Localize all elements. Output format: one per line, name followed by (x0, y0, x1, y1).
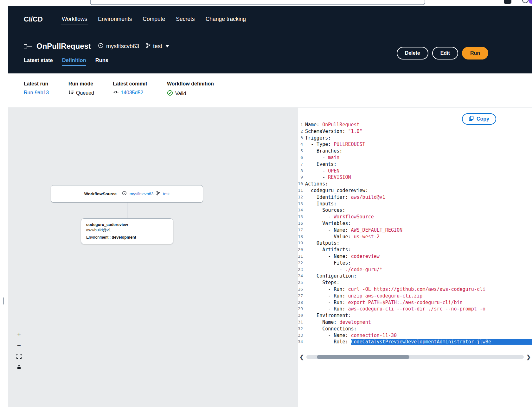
scrollbar-track[interactable] (306, 355, 524, 359)
workflow-definition-label: Workflow definition (167, 81, 214, 87)
fullscreen-button[interactable] (15, 352, 23, 360)
latest-run-link[interactable]: Run-9ab13 (24, 90, 49, 96)
code-line: - Name: AWS_DEFAULT_REGION (303, 227, 532, 234)
line-number: 13 (298, 201, 303, 207)
code-line: Outputs: (303, 240, 532, 247)
workflow-definition-field: Workflow definition Valid (167, 81, 214, 97)
line-number: 21 (298, 253, 303, 260)
main-nav: CI/CD Workflows Environments Compute Sec… (8, 6, 532, 32)
source-node-repo-link[interactable]: mysfitscvb63 (130, 191, 153, 196)
page-title: OnPullRequest (36, 42, 91, 51)
delete-button[interactable]: Delete (397, 47, 428, 59)
code-line: Variables: (303, 220, 532, 227)
repo-chip[interactable]: mysfitscvb63 (98, 43, 139, 50)
line-number: 1 (298, 122, 303, 128)
code-line: Name: OnPullRequest (303, 122, 532, 128)
line-number: 28 (298, 299, 303, 306)
code-line: - Type: PULLREQUEST (303, 141, 532, 148)
branch-icon (156, 191, 160, 197)
line-number: 19 (298, 240, 303, 247)
line-number: 2 (298, 128, 303, 135)
code-line: Steps: (303, 279, 532, 286)
code-line: Events: (303, 161, 532, 168)
scroll-left-button[interactable]: ❮ (298, 354, 305, 360)
nav-item-compute[interactable]: Compute (142, 14, 166, 24)
branch-chip[interactable]: test (146, 43, 162, 50)
repository-icon (98, 43, 104, 50)
action-node-environment: Environment : development (86, 235, 168, 240)
line-number: 31 (298, 319, 303, 326)
nav-item-workflows[interactable]: Workflows (61, 14, 88, 24)
line-number: 23 (298, 266, 303, 273)
copy-label: Copy (477, 116, 489, 122)
nav-item-change-tracking[interactable]: Change tracking (205, 14, 247, 24)
line-number: 33 (298, 332, 303, 339)
tab-definition[interactable]: Definition (62, 57, 86, 66)
code-line: Inputs: (303, 201, 532, 207)
line-number: 4 (298, 141, 303, 148)
code-line: - Name: codereview (303, 253, 532, 260)
code-line: Connections: (303, 326, 532, 332)
source-node-branch-link[interactable]: test (163, 191, 170, 196)
avatar[interactable] (529, 0, 532, 4)
latest-run-label: Latest run (24, 81, 49, 87)
edit-button[interactable]: Edit (432, 47, 458, 59)
run-button[interactable]: Run (462, 47, 488, 59)
codeguru-codereview-node[interactable]: codeguru_codereview aws/build@v1 Environ… (81, 218, 173, 244)
line-numbers: 1234567891011121314151617181920212223242… (298, 122, 303, 345)
run-mode-field: Run mode Queued (68, 81, 94, 96)
zoom-out-button[interactable]: − (15, 341, 23, 349)
code-line: Role: CodeCatalystPreviewDevelopmentAdmi… (303, 339, 532, 345)
latest-commit-link[interactable]: 14035d52 (121, 90, 143, 96)
canvas-controls: + − (15, 330, 23, 372)
code-line: - Run: unzip aws-codeguru-cli.zip (303, 293, 532, 299)
summary-bar: Latest run Run-9ab13 Run mode Queued Lat… (8, 73, 532, 108)
code-line: Value: us-west-2 (303, 234, 532, 240)
apps-icon[interactable] (504, 0, 511, 4)
copy-button[interactable]: Copy (462, 113, 496, 125)
line-number: 16 (298, 220, 303, 227)
code-line: - REVISION (303, 174, 532, 181)
code-line: - Name: connection-11-30 (303, 332, 532, 339)
line-number: 26 (298, 286, 303, 293)
line-number: 27 (298, 293, 303, 299)
line-number: 3 (298, 135, 303, 141)
nav-item-secrets[interactable]: Secrets (175, 14, 195, 24)
code-line: Environment: (303, 312, 532, 319)
workflow-canvas[interactable]: WorkflowSource mysfitscvb63 test codegur… (8, 108, 298, 407)
line-number: 8 (298, 168, 303, 174)
branch-icon (146, 43, 151, 50)
code-line: - WorkflowSource (303, 214, 532, 220)
scroll-right-button[interactable]: ❯ (525, 354, 532, 360)
branch-name: test (153, 43, 162, 50)
tab-runs[interactable]: Runs (95, 57, 108, 66)
line-number: 15 (298, 214, 303, 220)
line-number: 18 (298, 234, 303, 240)
code-line: Identifier: aws/build@v1 (303, 194, 532, 201)
help-icon[interactable] (522, 0, 529, 3)
search-input[interactable] (90, 0, 425, 5)
horizontal-scrollbar: ❮ ❯ (298, 353, 532, 361)
tab-latest-state[interactable]: Latest state (24, 57, 53, 66)
code-lines: Name: OnPullRequestSchemaVersion: "1.0"T… (303, 122, 532, 345)
repository-icon (122, 191, 127, 197)
code-line: Sources: (303, 207, 532, 214)
line-number: 22 (298, 260, 303, 266)
line-number: 34 (298, 339, 303, 345)
panel-divider (3, 297, 4, 304)
line-number: 17 (298, 227, 303, 234)
workflow-source-node[interactable]: WorkflowSource mysfitscvb63 test (51, 185, 203, 203)
latest-commit-label: Latest commit (113, 81, 147, 87)
line-number: 10 (298, 181, 303, 187)
lock-button[interactable] (15, 363, 23, 372)
action-node-identifier: aws/build@v1 (86, 228, 168, 232)
line-number: 5 (298, 148, 303, 154)
scrollbar-thumb[interactable] (317, 355, 409, 359)
nav-item-environments[interactable]: Environments (97, 14, 132, 24)
code-line: - main (303, 154, 532, 161)
chevron-down-icon[interactable] (165, 45, 169, 47)
page: CI/CD Workflows Environments Compute Sec… (0, 0, 532, 407)
action-node-title: codeguru_codereview (86, 222, 168, 227)
line-number: 32 (298, 326, 303, 332)
zoom-in-button[interactable]: + (15, 330, 23, 338)
